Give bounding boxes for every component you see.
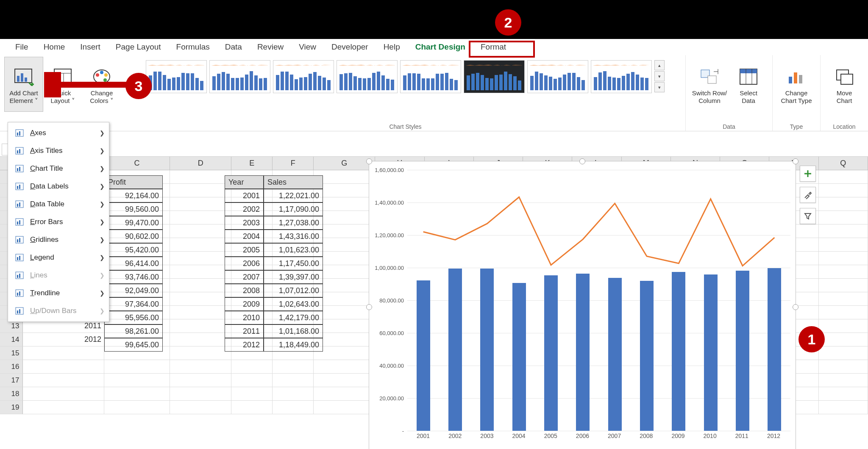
ribbon-tab-help[interactable]: Help [376, 39, 408, 55]
move-chart-icon [835, 64, 854, 89]
move-chart-button[interactable]: Move Chart [825, 57, 864, 112]
menu-item-chart-title[interactable]: Chart Title❯ [8, 160, 109, 177]
profit-cell: 95,956.00 [104, 311, 163, 324]
menu-item-data-labels[interactable]: Data Labels❯ [8, 177, 109, 195]
menu-item-label: Gridlines [30, 236, 58, 244]
chart-style-thumb-5[interactable] [400, 60, 461, 93]
chart-style-thumb-1[interactable] [146, 60, 207, 93]
menu-item-axes[interactable]: Axes❯ [8, 124, 109, 142]
add-chart-element-button[interactable]: Add Chart Element ˅ [4, 57, 43, 112]
annotation-1: 1 [798, 326, 825, 352]
svg-rect-35 [19, 149, 20, 153]
profit-cell: 99,470.00 [104, 216, 163, 230]
chart-style-thumb-7[interactable] [527, 60, 588, 93]
chart-style-thumb-4[interactable] [337, 60, 398, 93]
ribbon-tab-view[interactable]: View [291, 39, 324, 55]
styles-scroll-up[interactable]: ▴ [654, 60, 665, 70]
menu-item-axis-titles[interactable]: Axis Titles❯ [8, 142, 109, 160]
add-chart-element-menu: Axes❯Axis Titles❯Chart Title❯Data Labels… [8, 122, 109, 322]
menu-item-label: Up/Down Bars [30, 307, 77, 315]
ribbon-tab-insert[interactable]: Insert [72, 39, 108, 55]
add-chart-element-label: Add Chart Element ˅ [9, 89, 38, 105]
profit-cell: 95,420.00 [104, 243, 163, 257]
profit-cell: 92,164.00 [104, 189, 163, 202]
svg-rect-24 [794, 72, 797, 83]
ribbon-tab-file[interactable]: File [8, 39, 36, 55]
column-header-F[interactable]: F [273, 157, 314, 170]
menu-item-up-down-bars: Up/Down Bars❯ [8, 302, 109, 320]
select-data-button[interactable]: Select Data [729, 57, 768, 112]
chart-filter-button[interactable] [800, 208, 816, 224]
submenu-arrow-icon: ❯ [100, 147, 105, 154]
sales-value-cell: 1,07,012.00 [264, 284, 323, 297]
chart-style-thumb-2[interactable] [209, 60, 270, 93]
chart-styles-button[interactable] [800, 187, 816, 203]
column-header-C[interactable]: C [104, 157, 170, 170]
sales-value-cell: 1,02,643.00 [264, 297, 323, 311]
svg-rect-3 [25, 78, 27, 82]
menu-item-error-bars[interactable]: Error Bars❯ [8, 213, 109, 231]
sales-year-cell: 2002 [225, 202, 264, 216]
chart-style-thumb-3[interactable] [273, 60, 334, 93]
row-header-16[interactable]: 16 [0, 360, 23, 374]
submenu-arrow-icon: ❯ [100, 236, 105, 243]
svg-rect-53 [19, 256, 20, 260]
type-group-label: Type [790, 122, 803, 130]
sales-year-cell: 2005 [225, 243, 264, 257]
chart-styles-group-label: Chart Styles [389, 122, 421, 130]
svg-rect-37 [17, 168, 18, 171]
styles-scroll-down[interactable]: ▾ [654, 71, 665, 81]
submenu-arrow-icon: ❯ [100, 201, 105, 208]
column-header-Q[interactable]: Q [819, 157, 868, 170]
menu-item-label: Axis Titles [30, 147, 63, 155]
row-header-18[interactable]: 18 [0, 387, 23, 401]
submenu-arrow-icon: ❯ [100, 272, 105, 279]
row-header-17[interactable]: 17 [0, 374, 23, 387]
profit-cell: 97,364.00 [104, 297, 163, 311]
switch-row-column-button[interactable]: Switch Row/ Column [690, 57, 729, 112]
chart-style-thumb-8[interactable] [591, 60, 652, 93]
sales-year-cell: 2012 [225, 338, 264, 352]
row-header-14[interactable]: 14 [0, 333, 23, 346]
sales-value-cell: 1,18,449.00 [264, 338, 323, 352]
column-header-E[interactable]: E [231, 157, 273, 170]
sales-value-cell: 1,39,397.00 [264, 270, 323, 284]
chart-style-thumb-6[interactable] [464, 60, 525, 93]
svg-rect-43 [17, 204, 18, 207]
ribbon-tab-review[interactable]: Review [250, 39, 291, 55]
formula-input[interactable] [102, 144, 868, 155]
profit-cell: 98,261.00 [104, 324, 163, 338]
row-header-15[interactable]: 15 [0, 346, 23, 360]
profit-cell: 96,414.00 [104, 257, 163, 270]
ribbon-tab-developer[interactable]: Developer [324, 39, 376, 55]
ribbon-tab-formulas[interactable]: Formulas [169, 39, 217, 55]
chart-plot-area [407, 170, 790, 431]
chart-styles-gallery[interactable] [146, 57, 654, 93]
column-header-G[interactable]: G [314, 157, 375, 170]
row-header-19[interactable]: 19 [0, 401, 23, 414]
menu-item-legend[interactable]: Legend❯ [8, 249, 109, 266]
menu-item-icon [14, 253, 25, 262]
menu-item-gridlines[interactable]: Gridlines❯ [8, 231, 109, 249]
embedded-chart[interactable]: -20,000.0040,000.0060,000.0080,000.001,0… [369, 161, 796, 449]
ribbon-tab-home[interactable]: Home [36, 39, 73, 55]
menu-item-trendline[interactable]: Trendline❯ [8, 284, 109, 302]
sales-value-cell: 1,01,168.00 [264, 324, 323, 338]
change-chart-type-button[interactable]: Change Chart Type [777, 57, 816, 112]
sales-value-cell: 1,42,179.00 [264, 311, 323, 324]
annotation-3: 3 [125, 73, 152, 99]
worksheet-grid[interactable]: CDEFGHIJKLMNOPQ 1320111420121516171819 P… [0, 157, 868, 449]
ribbon-tabs: FileHomeInsertPage LayoutFormulasDataRev… [0, 39, 868, 55]
svg-rect-56 [19, 274, 20, 278]
select-data-label: Select Data [740, 89, 757, 105]
sales-value-cell: 1,17,450.00 [264, 257, 323, 270]
ribbon-tab-page-layout[interactable]: Page Layout [108, 39, 169, 55]
column-header-D[interactable]: D [170, 157, 231, 170]
chart-elements-button[interactable] [800, 166, 816, 182]
menu-item-data-table[interactable]: Data Table❯ [8, 195, 109, 213]
chart-x-axis: 2001200220032004200520062007200820092010… [407, 432, 790, 442]
ribbon-tab-data[interactable]: Data [217, 39, 250, 55]
ribbon-tab-chart-design[interactable]: Chart Design [408, 39, 473, 55]
ribbon-tab-format[interactable]: Format [473, 39, 514, 55]
styles-more[interactable]: ▾ [654, 82, 665, 92]
